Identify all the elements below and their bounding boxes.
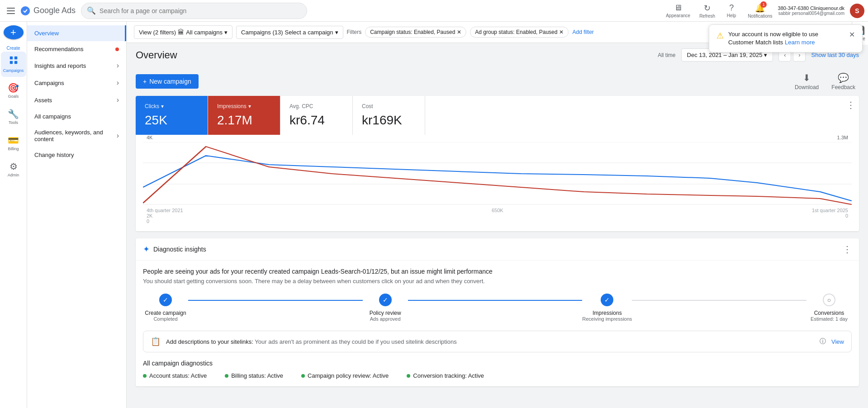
- clicks-stat-card[interactable]: Clicks ▾ 25K: [136, 96, 208, 135]
- change-history-label: Change history: [34, 152, 74, 158]
- new-campaign-plus-icon: +: [143, 78, 147, 85]
- chip-remove-icon[interactable]: ✕: [457, 29, 461, 35]
- sidebar-item-admin[interactable]: ⚙ Admin: [1, 157, 26, 182]
- step1-sublabel: Completed: [153, 316, 177, 322]
- diag-item-conversion: Conversion tracking: Active: [407, 372, 484, 379]
- toast-learn-more-link[interactable]: Learn more: [785, 39, 815, 46]
- toast-close-icon[interactable]: ✕: [849, 30, 855, 39]
- menu-hamburger-icon[interactable]: [4, 4, 18, 18]
- filters-label: Filters: [347, 29, 362, 35]
- top-navigation: Google Ads 🔍 🖥 Appearance ↻ Refresh ? He…: [0, 0, 868, 22]
- help-button[interactable]: ? Help: [721, 1, 742, 20]
- step4-label: Conversions: [814, 310, 844, 316]
- sec-nav-audiences[interactable]: Audiences, keywords, and content ›: [27, 124, 126, 147]
- all-diagnostics-section: All campaign diagnostics Account status:…: [143, 360, 852, 379]
- chart-x-labels: 4th quarter 2021 650K 1st quarter 2025: [143, 208, 852, 213]
- diag-title-text: Diagnostic insights: [153, 246, 206, 253]
- notifications-label: Notifications: [748, 14, 772, 19]
- all-time-label: All time: [658, 52, 675, 58]
- sidebar-item-campaigns[interactable]: Campaigns: [1, 52, 26, 77]
- account-info[interactable]: 380-347-6380 Cliniquenour.dk sabbir pers…: [778, 5, 844, 16]
- clicks-label: Clicks ▾: [145, 103, 199, 109]
- appearance-button[interactable]: 🖥 Appearance: [662, 1, 694, 20]
- goals-icon: 🎯: [8, 82, 19, 93]
- diag-sub-text: You should start getting conversions soo…: [143, 278, 852, 285]
- chip2-remove-icon[interactable]: ✕: [559, 29, 564, 35]
- notifications-icon: 🔔 1: [755, 3, 765, 13]
- sec-nav-insights[interactable]: Insights and reports ›: [27, 57, 126, 74]
- all-diagnostics-title: All campaign diagnostics: [143, 360, 852, 367]
- diag-body: People are seeing your ads for your rece…: [136, 261, 859, 386]
- connector-2: [408, 300, 583, 301]
- step-impressions: ✓ Impressions Receiving impressions: [582, 294, 632, 322]
- cost-stat-card[interactable]: Cost kr169K: [353, 96, 425, 135]
- sec-nav-recommendations[interactable]: Recommendations: [27, 41, 126, 57]
- products-label: All campaigns: [34, 113, 71, 120]
- step-policy-review: ✓ Policy review Ads approved: [363, 294, 408, 322]
- feedback-label: Feedback: [831, 84, 855, 90]
- sidebar-campaigns-label: Campaigns: [3, 68, 24, 73]
- sitelinks-help-icon[interactable]: ⓘ: [820, 337, 826, 346]
- account-status-text: Account status: Active: [149, 372, 207, 379]
- refresh-icon: ↻: [704, 3, 711, 13]
- campaign-status-chip[interactable]: Campaign status: Enabled, Paused ✕: [365, 27, 466, 38]
- toast-warning-icon: ⚠: [716, 31, 724, 41]
- adgroup-status-chip[interactable]: Ad group status: Enabled, Paused ✕: [470, 27, 569, 38]
- policy-status-text: Campaign policy review: Active: [308, 372, 389, 379]
- date-range-text: Dec 13, 2021 – Jan 19, 2025: [687, 52, 763, 58]
- download-button[interactable]: ⬇ Download: [791, 71, 822, 92]
- sitelinks-desc: Your ads aren't as prominent as they cou…: [255, 338, 456, 345]
- create-button[interactable]: +: [4, 25, 24, 39]
- sec-nav-overview[interactable]: Overview: [27, 25, 126, 41]
- feedback-button[interactable]: 💬 Feedback: [828, 71, 859, 92]
- step2-check-icon: ✓: [379, 294, 392, 306]
- add-filter-button[interactable]: Add filter: [572, 29, 593, 35]
- show-last-30-link[interactable]: Show last 30 days: [811, 52, 859, 58]
- google-logo-icon: [20, 5, 31, 16]
- sec-nav-campaigns[interactable]: Campaigns ›: [27, 74, 126, 91]
- sec-nav-assets[interactable]: Assets ›: [27, 91, 126, 109]
- billing-icon: 💳: [8, 135, 19, 146]
- chart-container: 4K 1.3M: [136, 135, 859, 231]
- impressions-arrow-icon: ▾: [248, 103, 251, 109]
- policy-status-dot: [301, 374, 305, 378]
- impressions-line: [143, 147, 852, 204]
- search-input[interactable]: [100, 7, 301, 14]
- impressions-stat-card[interactable]: Impressions ▾ 2.17M: [208, 96, 280, 135]
- account-phone: 380-347-6380 Cliniquenour.dk: [778, 5, 844, 11]
- cost-text: Cost: [362, 103, 373, 109]
- sidebar-item-goals[interactable]: 🎯 Goals: [1, 78, 26, 103]
- campaign-select-dropdown[interactable]: Campaigns (13) Select a campaign ▾: [236, 26, 343, 39]
- download-label: Download: [795, 84, 819, 90]
- stats-panel: Clicks ▾ 25K Impressions ▾ 2.17M: [136, 96, 859, 231]
- notifications-button[interactable]: 🔔 1 Notifications: [744, 1, 776, 20]
- user-avatar[interactable]: S: [850, 4, 864, 18]
- clicks-value: 25K: [145, 113, 199, 128]
- select-campaign-label: Select a campaign: [285, 29, 333, 36]
- diag-sparkle-icon: ✦: [143, 244, 150, 254]
- sitelinks-view-button[interactable]: View: [831, 338, 844, 345]
- account-email: sabbir personal0054@gmail.com: [778, 11, 844, 16]
- sec-nav-products[interactable]: All campaigns: [27, 109, 126, 124]
- refresh-button[interactable]: ↻ Refresh: [696, 1, 719, 20]
- view-filter-dropdown[interactable]: View (2 filters) 🏛 All campaigns ▾: [134, 25, 232, 39]
- toast-notification: ⚠ Your account is now eligible to use Cu…: [709, 24, 863, 52]
- step2-sublabel: Ads approved: [370, 316, 401, 322]
- new-campaign-button[interactable]: + New campaign: [136, 74, 199, 89]
- campaigns-icon: [9, 55, 19, 67]
- campaign-actions-bar: + New campaign ⬇ Download 💬 Feedback: [136, 65, 859, 96]
- impressions-label: Impressions ▾: [217, 103, 271, 109]
- diag-more-icon[interactable]: ⋮: [843, 244, 852, 255]
- app-layout: + Create Campaigns 🎯 Goals 🔧 Tools 💳 Bil…: [0, 22, 868, 408]
- sidebar-create[interactable]: + Create: [1, 25, 26, 51]
- sidebar-item-billing[interactable]: 💳 Billing: [1, 130, 26, 156]
- chart-label-650k: 650K: [492, 208, 503, 213]
- search-box[interactable]: 🔍: [81, 3, 307, 19]
- sec-nav-change-history[interactable]: Change history: [27, 147, 126, 163]
- avg-cpc-stat-card[interactable]: Avg. CPC kr6.74: [280, 96, 353, 135]
- secondary-navigation: Overview Recommendations Insights and re…: [27, 22, 127, 408]
- recommendations-label: Recommendations: [34, 46, 83, 52]
- stats-more-button[interactable]: ⋮: [843, 96, 859, 135]
- sidebar-item-tools[interactable]: 🔧 Tools: [1, 104, 26, 129]
- logo-google-text: Google Ads: [33, 6, 76, 15]
